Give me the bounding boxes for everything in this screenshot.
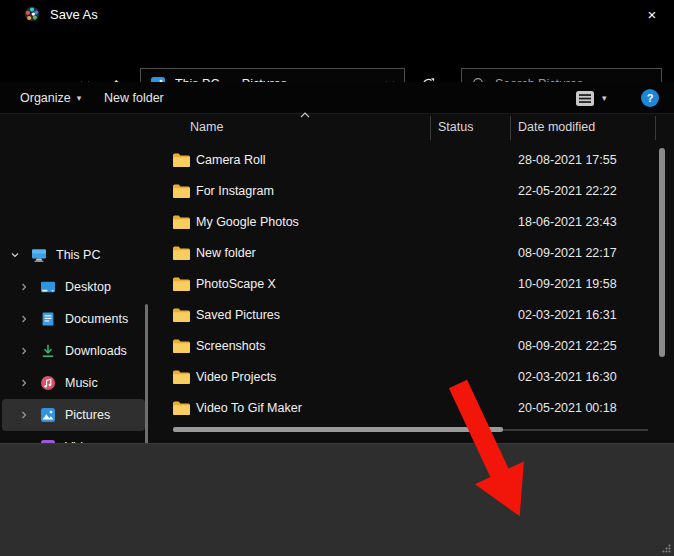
sidebar-item-label: Desktop — [65, 280, 111, 294]
file-name: Camera Roll — [196, 153, 265, 167]
chevron-right-icon[interactable] — [19, 378, 29, 388]
file-date: 02-03-2021 16:30 — [518, 370, 617, 384]
toolbar: Organize ▾ New folder ▾ ? — [0, 82, 674, 114]
new-folder-label: New folder — [104, 91, 164, 105]
file-name: New folder — [196, 246, 256, 260]
file-date: 02-03-2021 16:31 — [518, 308, 617, 322]
list-vertical-scrollbar[interactable] — [659, 148, 665, 357]
column-divider[interactable] — [510, 116, 511, 140]
file-row-my-google-photos[interactable]: My Google Photos 18-06-2021 23:43 — [160, 207, 674, 238]
folder-icon — [173, 246, 190, 260]
view-details-button[interactable] — [576, 82, 594, 114]
resize-grip-icon[interactable] — [662, 544, 671, 553]
app-icon — [24, 6, 40, 22]
column-header-name[interactable]: Name — [190, 120, 223, 134]
file-date: 28-08-2021 17:55 — [518, 153, 617, 167]
chevron-right-icon[interactable] — [19, 282, 29, 292]
pictures-icon — [40, 407, 56, 423]
sidebar-item-label: Music — [65, 376, 98, 390]
file-name: Screenshots — [196, 339, 265, 353]
file-row-new-folder[interactable]: New folder 08-09-2021 22:17 — [160, 238, 674, 269]
close-icon[interactable]: × — [630, 0, 674, 28]
file-name: My Google Photos — [196, 215, 299, 229]
organize-label: Organize — [20, 91, 71, 105]
navigation-bar: ← → ↑ This PC › Pictures — [0, 28, 674, 82]
sidebar-item-music[interactable]: Music — [0, 367, 155, 399]
file-date: 08-09-2021 22:25 — [518, 339, 617, 353]
desktop-icon — [40, 279, 56, 295]
documents-icon — [40, 311, 56, 327]
list-header: Name Status Date modified — [160, 115, 674, 141]
folder-icon — [173, 277, 190, 291]
organize-button[interactable]: Organize ▾ — [20, 82, 81, 114]
downloads-icon — [40, 343, 56, 359]
file-row-screenshots[interactable]: Screenshots 08-09-2021 22:25 — [160, 331, 674, 362]
sidebar-item-this-pc[interactable]: This PC — [0, 239, 155, 271]
list-horizontal-scrollbar[interactable] — [173, 427, 503, 432]
view-details-icon — [576, 91, 594, 106]
chevron-right-icon[interactable] — [19, 314, 29, 324]
file-date: 10-09-2021 19:58 — [518, 277, 617, 291]
folder-icon — [173, 401, 190, 415]
column-divider[interactable] — [430, 116, 431, 140]
file-date: 22-05-2021 22:22 — [518, 184, 617, 198]
file-name: Video To Gif Maker — [196, 401, 302, 415]
folder-tree-sidebar: This PC Desktop Documents Downloads Musi… — [0, 114, 155, 443]
file-date: 20-05-2021 00:18 — [518, 401, 617, 415]
organize-caret-icon: ▾ — [77, 93, 82, 103]
column-divider[interactable] — [655, 116, 656, 140]
file-row-for-instagram[interactable]: For Instagram 22-05-2021 22:22 — [160, 176, 674, 207]
folder-icon — [173, 370, 190, 384]
chevron-right-icon[interactable] — [19, 410, 29, 420]
help-icon[interactable]: ? — [641, 89, 659, 107]
this-pc-icon — [31, 247, 47, 263]
sidebar-item-pictures[interactable]: Pictures — [0, 399, 155, 431]
music-icon — [40, 375, 56, 391]
view-caret-icon[interactable]: ▾ — [602, 82, 607, 114]
file-name: Saved Pictures — [196, 308, 280, 322]
chevron-down-icon[interactable] — [10, 250, 20, 260]
column-header-date-modified[interactable]: Date modified — [518, 120, 595, 134]
file-row-camera-roll[interactable]: Camera Roll 28-08-2021 17:55 — [160, 145, 674, 176]
title-bar: Save As × — [0, 0, 674, 28]
file-name: Video Projects — [196, 370, 276, 384]
file-date: 08-09-2021 22:17 — [518, 246, 617, 260]
sidebar-item-downloads[interactable]: Downloads — [0, 335, 155, 367]
save-as-dialog: { "window": { "title": "Save As", "close… — [0, 0, 674, 556]
new-folder-button[interactable]: New folder — [104, 82, 164, 114]
sidebar-item-desktop[interactable]: Desktop — [0, 271, 155, 303]
folder-icon — [173, 184, 190, 198]
sidebar-item-label: Documents — [65, 312, 128, 326]
sidebar-item-documents[interactable]: Documents — [0, 303, 155, 335]
sidebar-item-label: Downloads — [65, 344, 127, 358]
file-row-saved-pictures[interactable]: Saved Pictures 02-03-2021 16:31 — [160, 300, 674, 331]
file-list: Camera Roll 28-08-2021 17:55 For Instagr… — [160, 145, 674, 424]
folder-icon — [173, 339, 190, 353]
sort-ascending-icon — [300, 112, 310, 118]
column-header-status[interactable]: Status — [438, 120, 473, 134]
folder-icon — [173, 215, 190, 229]
footer-panel: File name: Save as type: PNG (*.png) Hid… — [0, 443, 674, 556]
file-date: 18-06-2021 23:43 — [518, 215, 617, 229]
folder-icon — [173, 308, 190, 322]
sidebar-item-label: Pictures — [65, 408, 110, 422]
file-name: For Instagram — [196, 184, 274, 198]
folder-icon — [173, 153, 190, 167]
window-title: Save As — [50, 7, 98, 22]
file-row-photoscape-x[interactable]: PhotoScape X 10-09-2021 19:58 — [160, 269, 674, 300]
file-row-video-to-gif-maker[interactable]: Video To Gif Maker 20-05-2021 00:18 — [160, 393, 674, 424]
file-row-video-projects[interactable]: Video Projects 02-03-2021 16:30 — [160, 362, 674, 393]
sidebar-item-label: This PC — [56, 248, 100, 262]
file-name: PhotoScape X — [196, 277, 276, 291]
chevron-right-icon[interactable] — [19, 346, 29, 356]
